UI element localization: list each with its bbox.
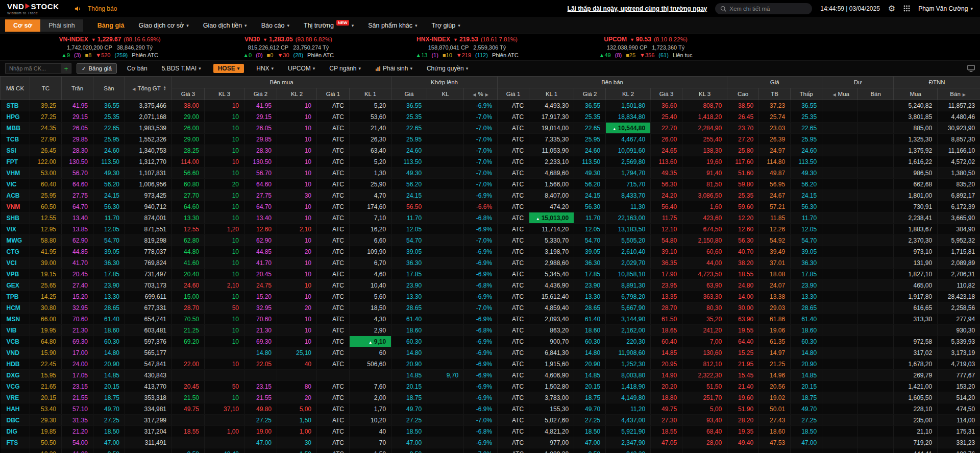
cell-buy-price2[interactable]: 23.15 [244, 381, 277, 392]
cell-foreign-sell[interactable]: 114,00 [938, 415, 980, 426]
cell-sell-price2[interactable]: 56.20 [574, 179, 606, 190]
cell-low[interactable]: 25.95 [791, 134, 822, 145]
nav-item-bang-gia[interactable]: Bảng giá [97, 22, 125, 29]
cell-foreign-buy[interactable]: 131,90 [894, 257, 938, 269]
cell-buy-price1[interactable]: ATC [317, 302, 350, 314]
cell-sell-price1[interactable]: ATC [498, 123, 529, 134]
cell-match-price[interactable]: 56.20 [391, 179, 427, 190]
cell-buy-price3[interactable]: 64.60 [172, 201, 205, 212]
cell-buy-vol3[interactable]: 10 [205, 314, 244, 325]
cell-ceiling[interactable]: 27.40 [62, 280, 93, 291]
col-header-match-pct[interactable]: ◀%▶ [464, 88, 498, 100]
cell-sell-price1[interactable]: ATC [498, 269, 529, 280]
cell-sell-vol1[interactable]: 4,493,30 [529, 100, 574, 111]
cell-high[interactable]: 12.60 [727, 224, 759, 235]
cell-buy-price1[interactable]: ATC [317, 359, 350, 370]
cell-sell-vol2[interactable]: 10,858,10 [606, 269, 651, 280]
col-header-buy-price2[interactable]: Giá 2 [244, 88, 277, 100]
cell-buy-price1[interactable]: ATC [317, 314, 350, 325]
cell-buy-vol2[interactable]: 10 [277, 325, 317, 336]
cell-floor[interactable]: 39.05 [93, 246, 125, 257]
cell-sell-price2[interactable]: 24.15 [574, 190, 606, 201]
cell-sell-price2[interactable]: 25.95 [574, 134, 606, 145]
cell-buy-vol3[interactable]: 40,40 [205, 448, 244, 453]
cell-avg[interactable]: 39.49 [759, 246, 791, 257]
cell-residual-buy[interactable] [822, 314, 858, 325]
cell-residual-buy[interactable] [822, 235, 858, 246]
cell-ceiling[interactable]: 17.05 [62, 370, 93, 381]
cell-sell-vol2[interactable]: 1,252,30 [606, 359, 651, 370]
cell-high[interactable]: 12.20 [727, 212, 759, 224]
cell-residual-sell[interactable] [858, 257, 894, 269]
add-ticker-button[interactable]: + [61, 63, 71, 74]
cell-code[interactable]: TPB [1, 291, 30, 302]
cell-buy-price2[interactable]: 130.50 [244, 156, 277, 168]
segment-phai-sinh[interactable]: Phái sinh [40, 19, 83, 32]
cell-buy-price2[interactable]: 15.20 [244, 291, 277, 302]
cell-buy-vol3[interactable]: 10 [205, 359, 244, 370]
cell-avg[interactable]: 27.43 [759, 415, 791, 426]
table-row-msn[interactable]: MSN66.0070.6061.40654,74170.501070.6010A… [1, 314, 980, 325]
cell-floor[interactable]: 36.30 [93, 257, 125, 269]
cell-foreign-buy[interactable]: 973,10 [894, 246, 938, 257]
col-header-floor[interactable]: Sàn [93, 77, 125, 100]
cell-buy-price1[interactable]: ATC [317, 325, 350, 336]
cell-foreign-sell[interactable]: 2,089,89 [938, 257, 980, 269]
cell-sell-vol2[interactable]: 2,347,90 [606, 437, 651, 448]
cell-sell-vol3[interactable]: 51,50 [682, 381, 727, 392]
cell-buy-price1[interactable]: ATC [317, 280, 350, 291]
cell-code[interactable]: TCB [1, 134, 30, 145]
cell-sell-price2[interactable]: 47.00 [574, 437, 606, 448]
cell-sell-price2[interactable]: 14.85 [574, 370, 606, 381]
cell-buy-vol2[interactable]: 30 [277, 190, 317, 201]
cell-sell-vol1[interactable]: 19,014,00 [529, 123, 574, 134]
cell-total-value[interactable]: 334,981 [125, 403, 172, 415]
cell-sell-price1[interactable]: ATC [498, 336, 529, 347]
cell-match-pct[interactable]: -7.0% [464, 156, 498, 168]
cell-buy-price1[interactable]: ATC [317, 257, 350, 269]
cell-code[interactable]: VIX [1, 224, 30, 235]
cell-sell-price3[interactable]: 113.60 [651, 156, 682, 168]
cell-low[interactable]: 36.30 [791, 257, 822, 269]
cell-avg[interactable]: 61.86 [759, 314, 791, 325]
cell-buy-vol2[interactable]: 20 [277, 246, 317, 257]
cell-foreign-buy[interactable]: 1,375,92 [894, 145, 938, 156]
index-card-vn-index[interactable]: VN-INDEX▼1,229.67(88.16 6.69%)1,742,020,… [20, 35, 199, 60]
cell-match-pct[interactable]: -6.9% [464, 370, 498, 381]
table-row-dig[interactable]: DIG19.8521.2018.50317,20418.551,0019.001… [1, 426, 980, 437]
cell-code[interactable]: HAH [1, 403, 30, 415]
cell-buy-vol3[interactable]: 10 [205, 145, 244, 156]
cell-buy-vol3[interactable]: 37,10 [205, 403, 244, 415]
cell-sell-vol1[interactable]: 1,915,60 [529, 359, 574, 370]
cell-residual-sell[interactable] [858, 291, 894, 302]
cell-buy-price3[interactable]: 49.75 [172, 403, 205, 415]
cell-low[interactable]: 24.15 [791, 190, 822, 201]
cell-sell-price3[interactable]: 13.35 [651, 291, 682, 302]
cell-sell-vol3[interactable]: 19,60 [682, 156, 727, 168]
table-row-vnd[interactable]: VND15.9017.0014.80565,17714.8025,10ATC60… [1, 347, 980, 359]
cell-low[interactable]: 49.30 [791, 168, 822, 179]
cell-buy-price2[interactable]: 13.40 [244, 212, 277, 224]
cell-buy-price2[interactable]: 56.70 [244, 168, 277, 179]
collapse-left-icon[interactable]: ◀ [832, 92, 836, 97]
cell-avg[interactable]: 114.80 [759, 156, 791, 168]
cell-ref-price[interactable]: 10.30 [30, 448, 62, 453]
cell-buy-price1[interactable]: ATC [317, 145, 350, 156]
cell-match-vol[interactable] [427, 201, 464, 212]
board-view-button[interactable]: ✓ Bảng giá [77, 63, 117, 74]
cell-sell-price3[interactable]: 49.75 [651, 403, 682, 415]
cell-residual-sell[interactable] [858, 269, 894, 280]
cell-sell-vol1[interactable]: 474,20 [529, 201, 574, 212]
board-tab-cp-nganh[interactable]: CP ngành▾ [327, 64, 363, 73]
col-header-sell-price1[interactable]: Giá 1 [498, 88, 529, 100]
cell-foreign-sell[interactable]: 1,715,81 [938, 246, 980, 257]
cell-sell-vol3[interactable]: 93,40 [682, 415, 727, 426]
cell-match-pct[interactable]: -7.0% [464, 415, 498, 426]
table-row-clipped[interactable]: 10.3011.009.589.5840,401,50ATC1,509.58-7… [1, 448, 980, 453]
cell-foreign-buy[interactable]: 444,41 [894, 448, 938, 453]
cell-residual-buy[interactable] [822, 302, 858, 314]
cell-sell-price2[interactable]: 9.58 [574, 448, 606, 453]
cell-low[interactable]: 20.15 [791, 381, 822, 392]
cell-buy-vol3[interactable]: 10 [205, 168, 244, 179]
cell-sell-vol2[interactable]: 11,30 [606, 201, 651, 212]
